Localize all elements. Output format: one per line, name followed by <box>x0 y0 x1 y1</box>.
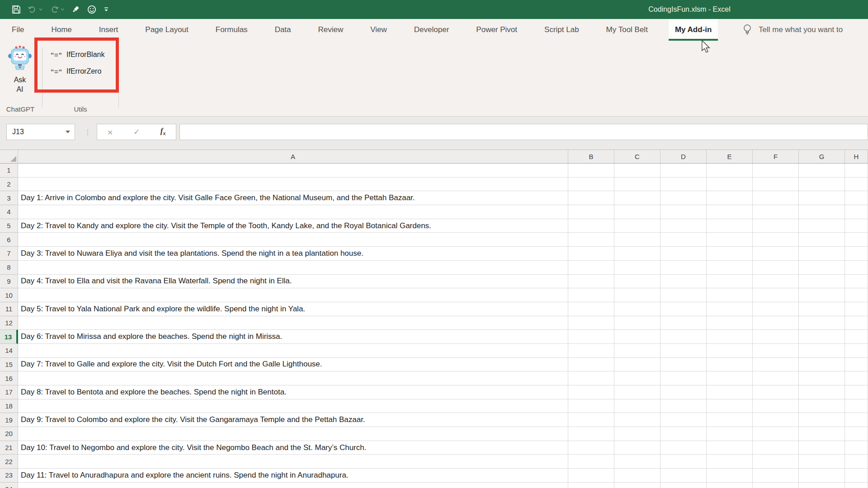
cell-G14[interactable] <box>799 344 845 358</box>
tab-formulas[interactable]: Formulas <box>209 19 254 41</box>
cell-H3[interactable] <box>845 191 868 205</box>
cell-E6[interactable] <box>707 233 753 247</box>
cell-B19[interactable] <box>568 413 614 427</box>
row-header-10[interactable]: 10 <box>0 288 18 302</box>
cell-A7[interactable]: Day 3: Travel to Nuwara Eliya and visit … <box>18 247 568 261</box>
cell-H20[interactable] <box>845 427 868 441</box>
cell-C7[interactable] <box>614 247 660 261</box>
cell-B3[interactable] <box>568 191 614 205</box>
cell-E14[interactable] <box>707 344 753 358</box>
cell-G8[interactable] <box>799 261 845 275</box>
cell-H24[interactable] <box>845 483 868 488</box>
cell-H15[interactable] <box>845 358 868 372</box>
cell-E7[interactable] <box>707 247 753 261</box>
cell-H18[interactable] <box>845 399 868 413</box>
row-header-18[interactable]: 18 <box>0 399 18 413</box>
cell-E2[interactable] <box>707 178 753 192</box>
cell-H19[interactable] <box>845 413 868 427</box>
cell-B6[interactable] <box>568 233 614 247</box>
cell-G17[interactable] <box>799 385 845 399</box>
cell-E21[interactable] <box>707 441 753 455</box>
row-header-13[interactable]: 13 <box>0 330 18 344</box>
cell-D16[interactable] <box>660 371 707 385</box>
cell-D24[interactable] <box>660 483 707 488</box>
tab-view[interactable]: View <box>364 19 393 41</box>
tab-script-lab[interactable]: Script Lab <box>538 19 585 41</box>
cell-C13[interactable] <box>614 330 660 344</box>
cell-B17[interactable] <box>568 385 614 399</box>
cancel-icon[interactable]: × <box>107 127 113 137</box>
cell-F8[interactable] <box>753 261 799 275</box>
cell-F14[interactable] <box>753 344 799 358</box>
tab-power-pivot[interactable]: Power Pivot <box>470 19 524 41</box>
tab-file[interactable]: File <box>5 19 30 41</box>
cell-E19[interactable] <box>707 413 753 427</box>
insert-function-icon[interactable]: fx <box>160 127 166 137</box>
name-box-dropdown-icon[interactable] <box>66 131 70 133</box>
cell-D19[interactable] <box>660 413 707 427</box>
row-header-20[interactable]: 20 <box>0 427 18 441</box>
cell-C22[interactable] <box>614 455 660 469</box>
cell-C11[interactable] <box>614 302 660 316</box>
cell-G16[interactable] <box>799 371 845 385</box>
cell-H5[interactable] <box>845 219 868 233</box>
cell-H6[interactable] <box>845 233 868 247</box>
cell-F23[interactable] <box>753 469 799 483</box>
row-header-19[interactable]: 19 <box>0 413 18 427</box>
cell-B11[interactable] <box>568 302 614 316</box>
cell-E1[interactable] <box>707 164 753 178</box>
tab-data[interactable]: Data <box>269 19 297 41</box>
marker-button[interactable] <box>71 5 80 14</box>
cell-A6[interactable] <box>18 233 568 247</box>
cell-B22[interactable] <box>568 455 614 469</box>
row-header-23[interactable]: 23 <box>0 469 18 483</box>
cell-F10[interactable] <box>753 288 799 302</box>
cell-E13[interactable] <box>707 330 753 344</box>
cell-F1[interactable] <box>753 164 799 178</box>
cell-A12[interactable] <box>18 316 568 330</box>
cell-F13[interactable] <box>753 330 799 344</box>
cell-F12[interactable] <box>753 316 799 330</box>
cell-C20[interactable] <box>614 427 660 441</box>
cell-B16[interactable] <box>568 371 614 385</box>
save-button[interactable] <box>12 5 21 14</box>
cell-H9[interactable] <box>845 275 868 289</box>
cell-G6[interactable] <box>799 233 845 247</box>
cell-H22[interactable] <box>845 455 868 469</box>
cell-B15[interactable] <box>568 358 614 372</box>
cell-A24[interactable] <box>18 483 568 488</box>
cell-G10[interactable] <box>799 288 845 302</box>
cell-D18[interactable] <box>660 399 707 413</box>
cell-F20[interactable] <box>753 427 799 441</box>
cell-C5[interactable] <box>614 219 660 233</box>
cell-A18[interactable] <box>18 399 568 413</box>
smiley-feedback-button[interactable] <box>87 5 97 14</box>
cell-B9[interactable] <box>568 275 614 289</box>
column-header-E[interactable]: E <box>707 150 753 164</box>
cell-F19[interactable] <box>753 413 799 427</box>
cell-H14[interactable] <box>845 344 868 358</box>
cell-H8[interactable] <box>845 261 868 275</box>
cell-D22[interactable] <box>660 455 707 469</box>
cell-G19[interactable] <box>799 413 845 427</box>
column-header-D[interactable]: D <box>660 150 707 164</box>
cell-H2[interactable] <box>845 178 868 192</box>
cell-C18[interactable] <box>614 399 660 413</box>
cell-F11[interactable] <box>753 302 799 316</box>
cell-B7[interactable] <box>568 247 614 261</box>
cell-C14[interactable] <box>614 344 660 358</box>
cell-C19[interactable] <box>614 413 660 427</box>
column-header-A[interactable]: A <box>18 150 568 164</box>
column-header-C[interactable]: C <box>614 150 660 164</box>
row-header-5[interactable]: 5 <box>0 219 18 233</box>
cell-G21[interactable] <box>799 441 845 455</box>
column-header-H[interactable]: H <box>845 150 868 164</box>
cell-A9[interactable]: Day 4: Travel to Ella and visit the Rava… <box>18 275 568 289</box>
enter-icon[interactable]: ✓ <box>133 128 140 136</box>
name-box[interactable]: J13 <box>6 124 75 140</box>
tell-me-box[interactable]: Tell me what you want to <box>742 19 843 41</box>
cell-B21[interactable] <box>568 441 614 455</box>
cell-D23[interactable] <box>660 469 707 483</box>
cell-A2[interactable] <box>18 178 568 192</box>
cell-D5[interactable] <box>660 219 707 233</box>
